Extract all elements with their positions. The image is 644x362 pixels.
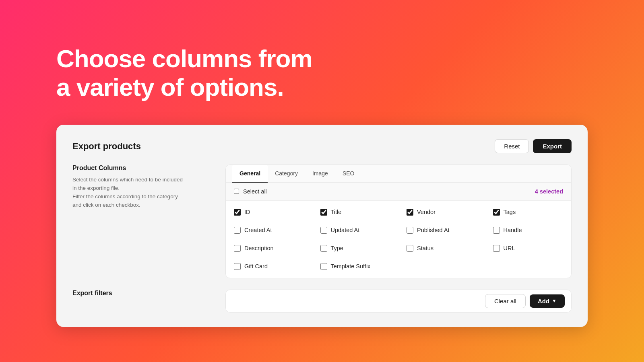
select-all-left: Select all [234, 188, 267, 195]
label-template-suffix: Template Suffix [331, 263, 371, 269]
label-published-at: Published At [417, 227, 450, 233]
label-status: Status [417, 245, 433, 251]
left-panel: Product Columns Select the columns which… [72, 165, 209, 278]
columns-grid: ID Title Vendor Tags Created At [226, 201, 571, 278]
checkbox-template-suffix[interactable] [320, 263, 327, 270]
add-label: Add [538, 298, 549, 304]
checkbox-tags[interactable] [493, 209, 500, 216]
select-all-checkbox[interactable] [234, 189, 239, 194]
checkbox-status[interactable] [407, 245, 413, 252]
export-filters-row: Export filters Clear all Add ▼ [72, 290, 572, 313]
hero-title-line1: Choose columns from [56, 44, 312, 73]
checkbox-vendor[interactable] [407, 209, 413, 216]
column-empty-4 [485, 257, 572, 276]
label-url: URL [504, 245, 515, 251]
checkbox-updated-at[interactable] [320, 227, 327, 234]
hero-title: Choose columns from a variety of options… [56, 44, 312, 102]
export-filters-left: Export filters [72, 290, 209, 313]
label-type: Type [331, 245, 343, 251]
desc-line3: Filter the columns according to the cate… [72, 193, 209, 201]
export-card: Export products Reset Export Product Col… [56, 125, 588, 327]
column-published-at: Published At [398, 221, 485, 239]
checkbox-gift-card[interactable] [234, 263, 241, 270]
column-vendor: Vendor [398, 203, 485, 221]
column-url: URL [485, 239, 572, 257]
label-handle: Handle [504, 227, 522, 233]
header-buttons: Reset Export [495, 139, 572, 153]
export-button[interactable]: Export [533, 139, 572, 153]
label-id: ID [244, 209, 250, 215]
card-title: Export products [72, 141, 141, 152]
label-vendor: Vendor [417, 209, 436, 215]
desc-line1: Select the columns which need to be incl… [72, 176, 209, 184]
checkbox-title[interactable] [320, 209, 327, 216]
label-description: Description [244, 245, 274, 251]
checkbox-description[interactable] [234, 245, 241, 252]
desc-line2: in the exporting file. [72, 184, 209, 193]
column-empty-3 [398, 257, 485, 276]
clear-all-button[interactable]: Clear all [485, 294, 526, 308]
export-filters-area: Clear all Add ▼ [225, 290, 572, 313]
label-tags: Tags [504, 209, 516, 215]
export-filters-heading: Export filters [72, 290, 209, 297]
column-status: Status [398, 239, 485, 257]
select-all-label: Select all [243, 188, 267, 195]
card-header: Export products Reset Export [72, 139, 572, 153]
column-template-suffix: Template Suffix [312, 257, 399, 276]
reset-button[interactable]: Reset [495, 139, 529, 153]
checkbox-type[interactable] [320, 245, 327, 252]
card-body: Product Columns Select the columns which… [72, 165, 572, 278]
label-gift-card: Gift Card [244, 263, 268, 269]
tab-general[interactable]: General [232, 165, 268, 183]
tab-category[interactable]: Category [268, 165, 305, 183]
checkbox-created-at[interactable] [234, 227, 241, 234]
columns-panel: General Category Image SEO Select all 4 … [225, 165, 572, 278]
checkbox-published-at[interactable] [407, 227, 413, 234]
chevron-down-icon: ▼ [552, 298, 557, 304]
column-created-at: Created At [226, 221, 312, 239]
tab-bar: General Category Image SEO [226, 165, 571, 183]
column-gift-card: Gift Card [226, 257, 312, 276]
label-title: Title [331, 209, 342, 215]
column-id: ID [226, 203, 312, 221]
add-button[interactable]: Add ▼ [530, 294, 565, 308]
column-tags: Tags [485, 203, 572, 221]
column-updated-at: Updated At [312, 221, 399, 239]
column-description: Description [226, 239, 312, 257]
tab-image[interactable]: Image [305, 165, 335, 183]
checkbox-url[interactable] [493, 245, 500, 252]
column-handle: Handle [485, 221, 572, 239]
product-columns-desc: Select the columns which need to be incl… [72, 176, 209, 210]
column-type: Type [312, 239, 399, 257]
select-all-row: Select all 4 selected [226, 183, 571, 201]
column-title: Title [312, 203, 399, 221]
checkbox-id[interactable] [234, 209, 241, 216]
label-updated-at: Updated At [331, 227, 360, 233]
label-created-at: Created At [244, 227, 272, 233]
desc-line4: and click on each checkbox. [72, 201, 209, 210]
product-columns-heading: Product Columns [72, 165, 209, 172]
selected-count: 4 selected [535, 188, 563, 195]
checkbox-handle[interactable] [493, 227, 500, 234]
tab-seo[interactable]: SEO [335, 165, 362, 183]
hero-title-line2: a variety of options. [56, 73, 312, 101]
